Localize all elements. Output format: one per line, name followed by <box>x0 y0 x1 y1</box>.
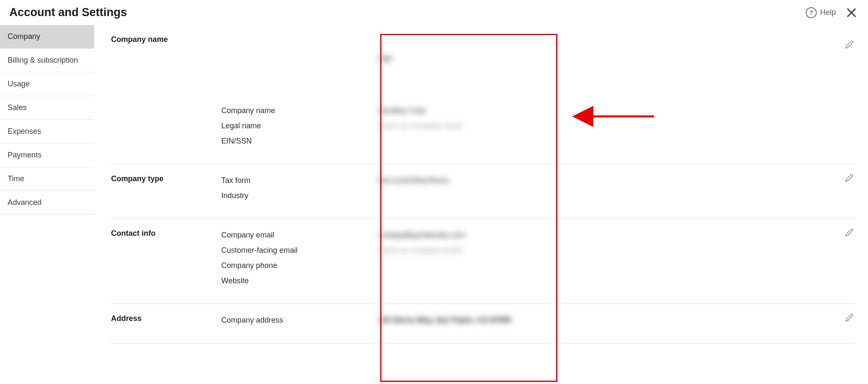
tax-form-label: Tax form <box>221 176 378 185</box>
sidebar-item-payments[interactable]: Payments <box>0 144 94 167</box>
edit-contact-info-button[interactable] <box>843 227 855 238</box>
pencil-icon <box>845 313 854 322</box>
company-address-value: 123 Sierra Way, San Pablo, CA 87999 <box>378 316 511 325</box>
sidebar: Company Billing & subscription Usage Sal… <box>0 25 94 215</box>
section-company-name: Company name logo Company name Sandbox U… <box>111 34 855 164</box>
section-title: Address <box>111 313 221 331</box>
company-email-label: Company email <box>221 231 378 240</box>
section-company-type: Company type Tax form Not sure/Other/Non… <box>111 164 855 219</box>
sidebar-item-usage[interactable]: Usage <box>0 72 94 96</box>
close-button[interactable] <box>845 6 858 19</box>
edit-address-button[interactable] <box>843 312 855 323</box>
section-title: Contact info <box>111 228 221 292</box>
header: Account and Settings ? Help <box>0 0 868 25</box>
customer-email-value: Same as company email <box>378 246 462 255</box>
ein-ssn-label: EIN/SSN <box>221 137 378 146</box>
sidebar-item-sales[interactable]: Sales <box>0 96 94 120</box>
pencil-icon <box>845 40 854 49</box>
company-name-value: Sandbox User <box>378 106 426 115</box>
edit-company-name-button[interactable] <box>843 39 855 50</box>
legal-name-value: Same as company name <box>378 122 462 130</box>
sidebar-item-time[interactable]: Time <box>0 167 94 191</box>
help-icon: ? <box>806 7 817 18</box>
sidebar-item-advanced[interactable]: Advanced <box>0 191 94 215</box>
section-title: Company name <box>111 34 221 152</box>
tax-form-value: Not sure/Other/None <box>378 176 448 185</box>
page-title: Account and Settings <box>9 6 127 19</box>
industry-label: Industry <box>221 191 378 200</box>
company-email-value: noreply@quickbooks.com <box>378 231 465 240</box>
website-label: Website <box>221 276 378 285</box>
company-address-label: Company address <box>221 316 378 325</box>
help-button[interactable]: ? Help <box>806 7 836 18</box>
header-actions: ? Help <box>806 6 858 19</box>
help-label: Help <box>820 8 836 17</box>
main-panel: Company name logo Company name Sandbox U… <box>94 25 868 343</box>
company-phone-label: Company phone <box>221 261 378 270</box>
close-icon <box>846 7 857 18</box>
section-address: Address Company address 123 Sierra Way, … <box>111 304 855 343</box>
sidebar-item-billing[interactable]: Billing & subscription <box>0 49 94 72</box>
pencil-icon <box>845 174 854 182</box>
legal-name-label: Legal name <box>221 122 378 130</box>
sidebar-item-expenses[interactable]: Expenses <box>0 120 94 144</box>
pencil-icon <box>845 228 854 237</box>
company-logo-value: logo <box>378 54 392 63</box>
company-name-label: Company name <box>221 106 378 115</box>
section-title: Company type <box>111 174 221 207</box>
section-contact-info: Contact info Company email noreply@quick… <box>111 219 855 304</box>
customer-email-label: Customer-facing email <box>221 246 378 255</box>
sidebar-item-company[interactable]: Company <box>0 25 94 49</box>
edit-company-type-button[interactable] <box>843 172 855 184</box>
